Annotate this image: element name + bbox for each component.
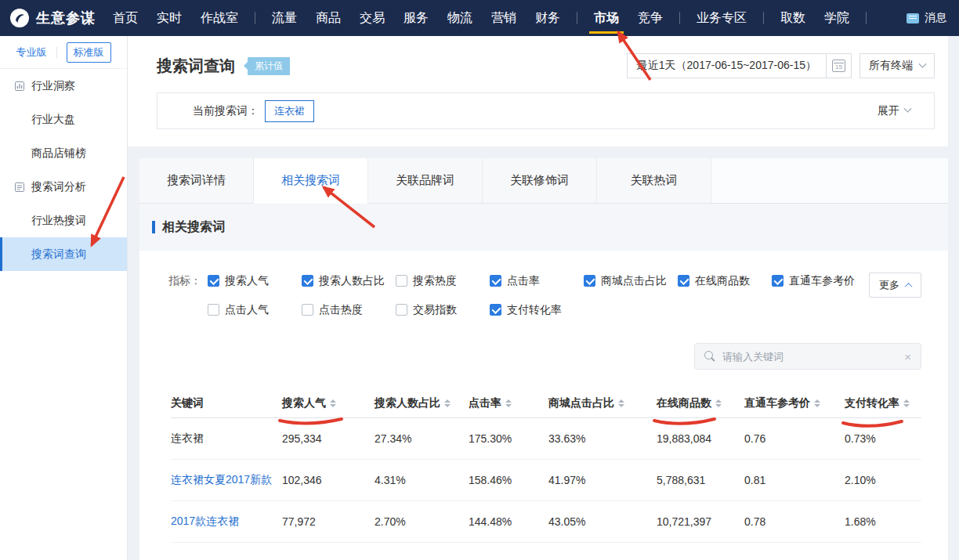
filter-mall-click-ratio[interactable]: 商城点击占比 [584,273,678,289]
sidebar-item-search-word-analysis[interactable]: 搜索词分析 [0,170,127,204]
sidebar-item-industry-insight[interactable]: 行业洞察 [0,69,127,103]
date-range-selector[interactable]: 最近1天（2017-06-15~2017-06-15） [627,53,827,78]
tab-related-modifier-words[interactable]: 关联修饰词 [483,158,597,203]
checkbox-label: 交易指数 [413,303,457,317]
col-click-rate[interactable]: 点击率 [469,396,548,410]
sidebar-item-industry-hot-words[interactable]: 行业热搜词 [0,204,127,237]
value-cell: 0.81 [744,474,845,486]
nav-item-realtime[interactable]: 实时 [157,0,182,36]
filter-search-popularity[interactable]: 搜索人气 [208,273,302,289]
terminal-select-value: 所有终端 [869,59,913,73]
calendar-button[interactable]: 15 [827,53,852,78]
table-row: 连衣裙 295,334 27.34% 175.30% 33.63% 19,883… [171,418,921,460]
cumulative-value-badge: 累计值 [248,57,290,75]
nav-item-services[interactable]: 服务 [404,0,429,36]
filter-online-products[interactable]: 在线商品数 [678,273,772,289]
date-range-label: 最近1天（2017-06-15~2017-06-15） [637,59,816,73]
keyword-link[interactable]: 连衣裙女夏2017新款 [171,473,282,487]
sidebar-item-search-word-query[interactable]: 搜索词查询 [0,237,127,271]
filter-click-heat[interactable]: 点击热度 [302,302,396,318]
nav-item-home[interactable]: 首页 [113,0,138,36]
checkbox-icon [396,304,407,316]
filter-ppc-reference-price[interactable]: 直通车参考价 [772,273,866,289]
value-cell: 2.10% [845,474,921,486]
tab-bar: 搜索词详情 相关搜索词 关联品牌词 关联修饰词 关联热词 [139,158,948,204]
nav-item-transactions[interactable]: 交易 [360,0,385,36]
filter-click-rate[interactable]: 点击率 [490,273,584,289]
nav-item-competition[interactable]: 竞争 [638,0,663,36]
col-search-user-ratio[interactable]: 搜索人数占比 [375,396,469,410]
top-navigation: 生意参谋 首页 实时 作战室 流量 商品 交易 服务 物流 营销 财务 市场 竞… [0,0,959,36]
sort-icon[interactable] [903,399,910,407]
version-tab-standard[interactable]: 标准版 [67,42,111,63]
more-button[interactable]: 更多 [869,273,921,298]
sort-icon[interactable] [715,399,722,407]
col-ppc-reference-price[interactable]: 直通车参考价 [744,396,845,410]
col-online-products[interactable]: 在线商品数 [657,396,744,410]
sidebar-item-industry-overview[interactable]: 行业大盘 [0,103,127,136]
checkbox-label: 点击率 [507,274,540,288]
col-search-popularity[interactable]: 搜索人气 [282,396,375,410]
tab-label: 搜索词详情 [167,173,226,188]
terminal-select[interactable]: 所有终端 [859,53,935,78]
nav-item-academy[interactable]: 学院 [824,0,849,36]
main-content: 搜索词查询 累计值 最近1天（2017-06-15~2017-06-15） 15… [128,36,959,560]
checkbox-icon [302,304,313,316]
sort-icon[interactable] [814,399,820,407]
nav-item-finance[interactable]: 财务 [535,0,560,36]
nav-item-logistics[interactable]: 物流 [447,0,472,36]
tab-related-hot-words[interactable]: 关联热词 [597,158,711,203]
checkbox-label: 搜索热度 [413,274,457,288]
section-header: 相关搜索词 [139,204,948,251]
current-search-term-chip[interactable]: 连衣裙 [265,100,314,122]
nav-item-products[interactable]: 商品 [316,0,341,36]
checkbox-label: 支付转化率 [507,303,562,317]
value-cell: 41.97% [548,474,657,486]
message-icon [907,13,919,23]
sidebar-item-product-shop-ranking[interactable]: 商品店铺榜 [0,136,127,170]
value-cell: 144.48% [469,515,548,528]
nav-item-market[interactable]: 市场 [594,0,619,36]
keyword-search-input[interactable] [722,351,897,363]
sort-icon[interactable] [505,399,512,407]
value-cell: 19,883,084 [657,432,744,445]
tab-label: 关联热词 [631,173,678,188]
brand[interactable]: 生意参谋 [9,8,96,28]
checkbox-icon [208,275,219,287]
keyword-search-box[interactable]: × [694,343,921,370]
checkbox-label: 点击人气 [225,303,269,317]
nav-item-marketing[interactable]: 营销 [491,0,516,36]
nav-item-business-zone[interactable]: 业务专区 [697,0,747,36]
sidebar-item-label: 行业大盘 [31,113,75,127]
nav-item-data-extract[interactable]: 取数 [780,0,805,36]
keyword-link[interactable]: 2017款连衣裙 [171,515,282,529]
nav-item-war-room[interactable]: 作战室 [201,0,238,36]
value-cell: 1.68% [845,515,921,528]
col-mall-click-ratio[interactable]: 商城点击占比 [548,396,657,410]
tab-related-search-words[interactable]: 相关搜索词 [254,158,368,203]
tab-search-word-detail[interactable]: 搜索词详情 [139,158,254,203]
filter-search-heat[interactable]: 搜索热度 [396,273,490,289]
section-title: 相关搜索词 [162,219,225,236]
filter-search-user-ratio[interactable]: 搜索人数占比 [302,273,396,289]
tab-label: 相关搜索词 [281,173,340,188]
sort-icon[interactable] [330,399,336,407]
sidebar-item-label: 行业洞察 [31,79,75,93]
expand-toggle[interactable]: 展开 [878,104,910,118]
value-cell: 102,346 [282,474,375,486]
filter-transaction-index[interactable]: 交易指数 [396,302,490,318]
sort-icon[interactable] [618,399,624,407]
value-cell: 0.78 [744,515,845,528]
nav-item-traffic[interactable]: 流量 [272,0,297,36]
filter-click-popularity[interactable]: 点击人气 [208,302,302,318]
col-payment-conversion[interactable]: 支付转化率 [845,396,921,410]
nav-item-messages[interactable]: 消息 [907,11,946,25]
version-tab-professional[interactable]: 专业版 [16,45,47,60]
table-header-row: 关键词 搜索人气 搜索人数占比 点击率 商城点击占比 在线商品数 直通车参考价 … [171,388,921,418]
filter-payment-conversion[interactable]: 支付转化率 [490,302,584,318]
sidebar-item-label: 搜索词查询 [31,247,86,262]
sort-icon[interactable] [444,399,451,407]
clear-icon[interactable]: × [904,351,911,363]
value-cell: 5,788,631 [657,474,744,486]
tab-related-brand-words[interactable]: 关联品牌词 [368,158,483,203]
